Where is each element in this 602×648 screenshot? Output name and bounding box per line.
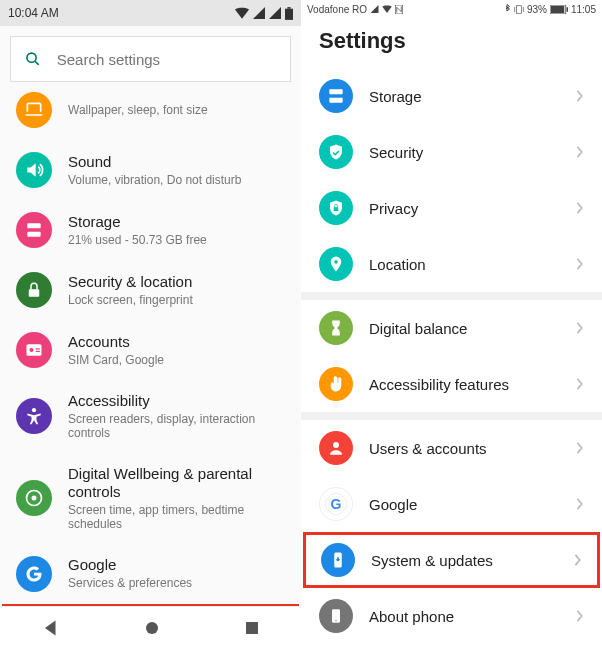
search-icon [25, 50, 41, 68]
status-battery-pct: 93% [527, 4, 547, 15]
wellbeing-icon [16, 480, 52, 516]
signal-icon-2 [269, 7, 281, 19]
settings-item-digital-wellbeing-parental-controls[interactable]: Digital Wellbeing & parental controls Sc… [0, 453, 301, 544]
item-texts: Sound Volume, vibration, Do not disturb [68, 153, 285, 187]
item-label: Users & accounts [369, 440, 560, 457]
bluetooth-icon [504, 4, 511, 14]
settings-item-privacy[interactable]: Privacy [301, 180, 602, 236]
settings-item-users-accounts[interactable]: Users & accounts [301, 420, 602, 476]
wifi-icon [382, 5, 392, 13]
settings-item-security[interactable]: Security [301, 124, 602, 180]
page-title: Settings [301, 18, 602, 68]
item-subtitle: SIM Card, Google [68, 353, 285, 367]
settings-item-digital-balance[interactable]: Digital balance [301, 300, 602, 356]
settings-item-sound[interactable]: Sound Volume, vibration, Do not disturb [0, 140, 301, 200]
settings-item-about-phone[interactable]: About phone [301, 588, 602, 644]
search-bar[interactable] [10, 36, 291, 82]
svg-rect-10 [36, 351, 40, 352]
item-label: Digital balance [369, 320, 560, 337]
item-label: Security [369, 144, 560, 161]
location-icon [319, 247, 353, 281]
status-time: 10:04 AM [8, 6, 59, 20]
svg-rect-25 [566, 7, 568, 12]
nav-home-icon[interactable] [143, 619, 161, 637]
settings-item-google[interactable]: G Google [301, 476, 602, 532]
battery-icon [550, 5, 568, 14]
balance-icon [319, 311, 353, 345]
item-subtitle: Wallpaper, sleep, font size [68, 103, 285, 117]
status-icons [235, 7, 293, 20]
status-carrier: Vodafone RO [307, 4, 367, 15]
chevron-right-icon [576, 90, 584, 102]
svg-rect-24 [551, 5, 565, 13]
svg-rect-20 [516, 5, 521, 13]
item-label: System & updates [371, 552, 558, 569]
nav-back-icon[interactable] [42, 619, 60, 637]
item-texts: Digital Wellbeing & parental controls Sc… [68, 465, 285, 532]
item-texts: Google Services & preferences [68, 556, 285, 590]
chevron-right-icon [576, 378, 584, 390]
settings-item-security-location[interactable]: Security & location Lock screen, fingerp… [0, 260, 301, 320]
settings-item-accounts[interactable]: Accounts SIM Card, Google [0, 320, 301, 380]
status-bar: Vodafone RO 93% 11:05 [301, 0, 602, 18]
phone-emui: Vodafone RO 93% 11:05 Settings Storage S… [301, 0, 602, 648]
settings-group: Digital balance Accessibility features [301, 292, 602, 412]
settings-item-accessibility-features[interactable]: Accessibility features [301, 356, 602, 412]
item-label: Privacy [369, 200, 560, 217]
settings-item-storage[interactable]: Storage [301, 68, 602, 124]
nav-recent-icon[interactable] [244, 620, 260, 636]
settings-item-system-updates[interactable]: System & updates [303, 532, 600, 588]
svg-rect-5 [27, 232, 40, 237]
svg-rect-9 [36, 348, 40, 349]
user-icon [319, 431, 353, 465]
status-bar: 10:04 AM [0, 0, 301, 26]
item-subtitle: Lock screen, fingerprint [68, 293, 285, 307]
chevron-right-icon [574, 554, 582, 566]
signal-icon [253, 7, 265, 19]
about-icon [319, 599, 353, 633]
chevron-right-icon [576, 498, 584, 510]
chevron-right-icon [576, 202, 584, 214]
item-subtitle: Volume, vibration, Do not disturb [68, 173, 285, 187]
svg-rect-27 [329, 98, 342, 103]
shield-icon [319, 135, 353, 169]
item-subtitle: Screen readers, display, interaction con… [68, 412, 285, 441]
battery-icon [285, 7, 293, 20]
svg-point-17 [146, 622, 158, 634]
svg-point-8 [29, 348, 33, 352]
svg-point-11 [32, 408, 36, 412]
item-label: Google [68, 556, 285, 576]
item-texts: Accounts SIM Card, Google [68, 333, 285, 367]
item-label: Location [369, 256, 560, 273]
settings-item-location[interactable]: Location [301, 236, 602, 292]
sound-icon [16, 152, 52, 188]
storage-icon [319, 79, 353, 113]
settings-item-display[interactable]: Wallpaper, sleep, font size [0, 92, 301, 140]
lock-icon [16, 272, 52, 308]
item-label: Sound [68, 153, 285, 173]
settings-item-google[interactable]: Google Services & preferences [0, 544, 301, 604]
item-label: About phone [369, 608, 560, 625]
settings-item-accessibility[interactable]: Accessibility Screen readers, display, i… [0, 380, 301, 453]
item-subtitle: 21% used - 50.73 GB free [68, 233, 285, 247]
settings-item-storage[interactable]: Storage 21% used - 50.73 GB free [0, 200, 301, 260]
search-input[interactable] [57, 51, 276, 68]
item-label: Digital Wellbeing & parental controls [68, 465, 285, 503]
signal-icon [370, 5, 379, 13]
svg-point-2 [27, 53, 36, 62]
privacy-icon [319, 191, 353, 225]
settings-group: Users & accounts G Google System & updat… [301, 412, 602, 644]
item-texts: Wallpaper, sleep, font size [68, 103, 285, 117]
item-texts: Accessibility Screen readers, display, i… [68, 392, 285, 441]
wifi-icon [235, 7, 249, 19]
svg-rect-28 [334, 207, 339, 211]
item-label: Storage [369, 88, 560, 105]
item-subtitle: Services & preferences [68, 576, 285, 590]
item-label: Accessibility features [369, 376, 560, 393]
hand-icon [319, 367, 353, 401]
chevron-right-icon [576, 258, 584, 270]
item-label: Google [369, 496, 560, 513]
chevron-right-icon [576, 146, 584, 158]
item-texts: Security & location Lock screen, fingerp… [68, 273, 285, 307]
nav-bar [301, 644, 602, 648]
